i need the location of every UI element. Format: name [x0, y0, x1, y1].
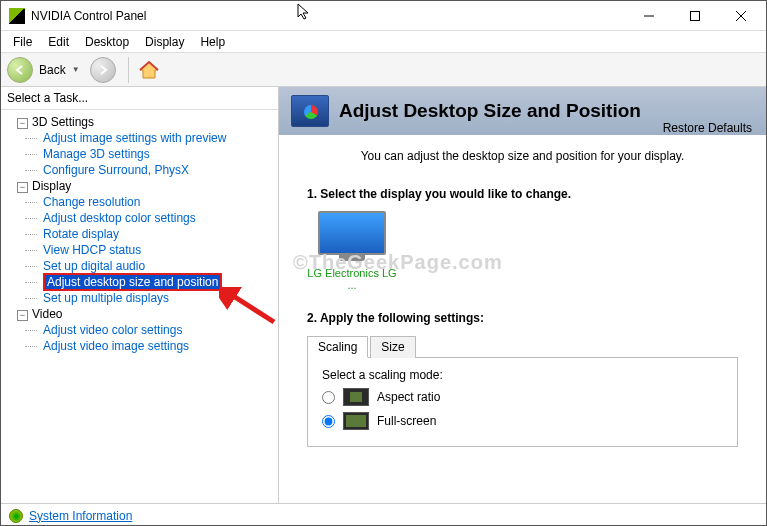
- step2-heading: 2. Apply the following settings:: [307, 311, 738, 325]
- task-tree: −3D Settings Adjust image settings with …: [1, 110, 278, 503]
- home-icon[interactable]: [137, 60, 161, 80]
- nvidia-logo-icon: [9, 8, 25, 24]
- menu-display[interactable]: Display: [137, 33, 192, 51]
- tree-item-surround-physx[interactable]: Configure Surround, PhysX: [3, 162, 276, 178]
- tree-item-manage-3d[interactable]: Manage 3D settings: [3, 146, 276, 162]
- maximize-button[interactable]: [672, 1, 718, 31]
- status-bar: ◉ System Information: [1, 503, 766, 526]
- settings-tabs: Scaling Size: [307, 335, 738, 358]
- toolbar-separator: [128, 57, 129, 83]
- page-intro: You can adjust the desktop size and posi…: [279, 135, 766, 177]
- close-button[interactable]: [718, 1, 764, 31]
- aspect-ratio-icon: [343, 388, 369, 406]
- tree-item-digital-audio[interactable]: Set up digital audio: [3, 258, 276, 274]
- collapse-icon[interactable]: −: [17, 182, 28, 193]
- minimize-button[interactable]: [626, 1, 672, 31]
- menu-edit[interactable]: Edit: [40, 33, 77, 51]
- menu-help[interactable]: Help: [192, 33, 233, 51]
- tree-item-change-resolution[interactable]: Change resolution: [3, 194, 276, 210]
- window-title: NVIDIA Control Panel: [31, 9, 146, 23]
- sidebar-header: Select a Task...: [1, 87, 278, 110]
- restore-defaults-link[interactable]: Restore Defaults: [663, 121, 752, 135]
- back-button[interactable]: [7, 57, 33, 83]
- menu-desktop[interactable]: Desktop: [77, 33, 137, 51]
- sidebar: Select a Task... −3D Settings Adjust ima…: [1, 87, 279, 503]
- collapse-icon[interactable]: −: [17, 118, 28, 129]
- tree-item-multiple-displays[interactable]: Set up multiple displays: [3, 290, 276, 306]
- tab-content: Select a scaling mode: Aspect ratio Full…: [307, 358, 738, 447]
- collapse-icon[interactable]: −: [17, 310, 28, 321]
- menu-bar: File Edit Desktop Display Help: [1, 31, 766, 53]
- banner-icon: [291, 95, 329, 127]
- tree-item-hdcp-status[interactable]: View HDCP status: [3, 242, 276, 258]
- page-title: Adjust Desktop Size and Position: [339, 100, 641, 122]
- radio-aspect-ratio[interactable]: [322, 391, 335, 404]
- main-panel: Adjust Desktop Size and Position Restore…: [279, 87, 766, 503]
- tree-item-image-preview[interactable]: Adjust image settings with preview: [3, 130, 276, 146]
- option-aspect-ratio[interactable]: Aspect ratio: [322, 388, 723, 406]
- step1-heading: 1. Select the display you would like to …: [307, 187, 738, 201]
- full-screen-icon: [343, 412, 369, 430]
- title-bar: NVIDIA Control Panel: [1, 1, 766, 31]
- menu-file[interactable]: File: [5, 33, 40, 51]
- tree-item-desktop-color[interactable]: Adjust desktop color settings: [3, 210, 276, 226]
- scaling-mode-label: Select a scaling mode:: [322, 368, 723, 382]
- tree-item-video-color[interactable]: Adjust video color settings: [3, 322, 276, 338]
- tab-size[interactable]: Size: [370, 336, 415, 358]
- tree-category-video[interactable]: −Video: [3, 306, 276, 322]
- svg-rect-1: [691, 11, 700, 20]
- info-icon: ◉: [9, 509, 23, 523]
- tree-category-3d[interactable]: −3D Settings: [3, 114, 276, 130]
- tree-item-video-image[interactable]: Adjust video image settings: [3, 338, 276, 354]
- tree-item-desktop-size-position[interactable]: Adjust desktop size and position: [3, 274, 276, 290]
- back-label: Back: [39, 63, 66, 77]
- forward-button[interactable]: [90, 57, 116, 83]
- back-dropdown-icon[interactable]: ▼: [72, 65, 80, 74]
- tab-scaling[interactable]: Scaling: [307, 336, 368, 358]
- option-full-screen[interactable]: Full-screen: [322, 412, 723, 430]
- display-thumbnail[interactable]: [318, 211, 386, 263]
- toolbar: Back ▼: [1, 53, 766, 87]
- tree-item-rotate-display[interactable]: Rotate display: [3, 226, 276, 242]
- display-label: LG Electronics LG ...: [307, 267, 397, 291]
- radio-full-screen[interactable]: [322, 415, 335, 428]
- tree-category-display[interactable]: −Display: [3, 178, 276, 194]
- system-information-link[interactable]: System Information: [29, 509, 132, 523]
